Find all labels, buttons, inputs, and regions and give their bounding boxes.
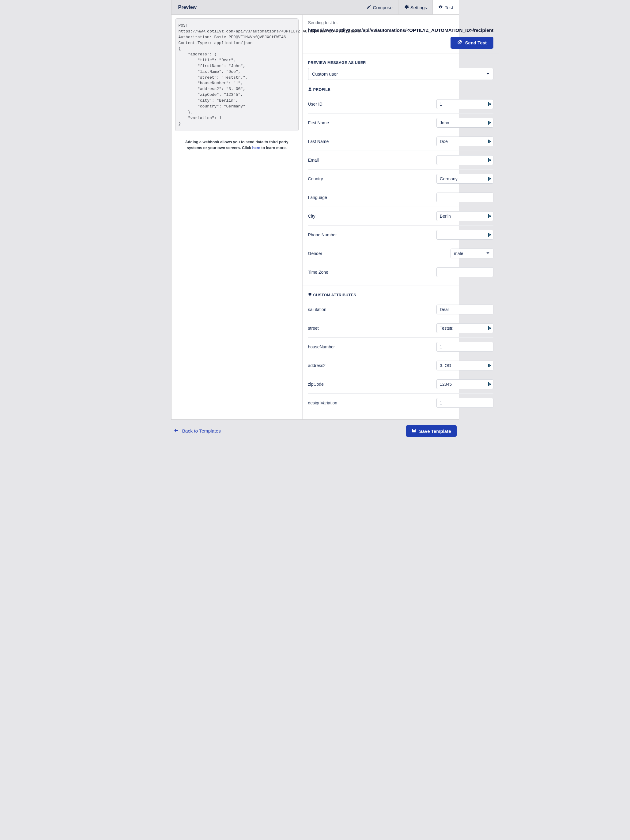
field-first-name: First Name [308, 114, 494, 132]
field-language: Language [308, 188, 494, 207]
field-country: Country [308, 170, 494, 188]
save-icon [412, 428, 416, 434]
label-street: street [308, 326, 319, 331]
label-design-variation: designVariation [308, 400, 337, 405]
preview-user-section: PREVIEW MESSAGE AS USER Custom user [302, 54, 499, 84]
footer: Back to Templates Save Template [171, 420, 459, 445]
input-wrap-zipcode [437, 379, 494, 389]
label-email: Email [308, 158, 319, 163]
label-address2: address2 [308, 363, 326, 368]
merge-icon [488, 140, 491, 143]
label-language: Language [308, 195, 327, 200]
select-gender[interactable]: male [451, 249, 494, 258]
profile-title: PROFILE [308, 87, 494, 92]
input-wrap-design-variation [437, 398, 494, 408]
tab-settings[interactable]: Settings [398, 0, 432, 14]
send-test-label: Sending test to: [308, 20, 494, 25]
send-test-button-label: Send Test [465, 40, 487, 45]
merge-icon [488, 121, 491, 125]
merge-icon [488, 382, 491, 386]
merge-icon [488, 158, 491, 162]
input-zipcode[interactable] [437, 379, 494, 389]
merge-icon [488, 326, 491, 330]
back-to-templates-link[interactable]: Back to Templates [174, 428, 221, 434]
person-icon [308, 87, 312, 92]
label-country: Country [308, 176, 323, 181]
label-first-name: First Name [308, 120, 329, 125]
merge-icon [488, 364, 491, 367]
field-last-name: Last Name [308, 132, 494, 151]
field-city: City [308, 207, 494, 226]
left-panel: POST https://www.optilyz.com/api/v3/auto… [171, 15, 302, 419]
custom-title-label: CUSTOM ATTRIBUTES [313, 293, 356, 297]
label-salutation: salutation [308, 307, 326, 312]
field-salutation: salutation [308, 300, 494, 319]
input-language[interactable] [437, 193, 494, 202]
input-wrap-timezone [437, 267, 494, 277]
right-panel: Sending test to: https://www.optilyz.com… [302, 15, 499, 419]
input-user-id[interactable] [437, 99, 494, 109]
input-last-name[interactable] [437, 137, 494, 146]
hint-suffix: to learn more. [260, 146, 287, 150]
request-preview-code: POST https://www.optilyz.com/api/v3/auto… [175, 18, 299, 131]
input-wrap-country [437, 174, 494, 184]
merge-icon [488, 233, 491, 237]
field-phone: Phone Number [308, 226, 494, 244]
tab-test[interactable]: Test [432, 0, 459, 14]
tab-compose-label: Compose [373, 5, 393, 10]
input-wrap-salutation [437, 305, 494, 314]
input-address2[interactable] [437, 361, 494, 370]
eye-icon [438, 5, 443, 10]
profile-section: PROFILE User ID First Name [302, 84, 499, 286]
input-email[interactable] [437, 155, 494, 165]
input-street[interactable] [437, 323, 494, 333]
input-design-variation[interactable] [437, 398, 494, 408]
profile-title-label: PROFILE [313, 88, 331, 92]
preview-user-select[interactable]: Custom user [308, 68, 494, 80]
input-wrap-email [437, 155, 494, 165]
field-gender: Gender male [308, 244, 494, 263]
save-template-button[interactable]: Save Template [406, 425, 457, 437]
field-street: street [308, 319, 494, 338]
select-gender-input[interactable]: male [451, 249, 494, 258]
label-city: City [308, 214, 315, 219]
input-wrap-street [437, 323, 494, 333]
input-wrap-phone [437, 230, 494, 240]
input-wrap-house-number [437, 342, 494, 352]
tab-test-label: Test [445, 5, 453, 10]
pencil-icon [367, 5, 371, 10]
topbar: Preview Compose Settings Test [171, 0, 459, 15]
field-email: Email [308, 151, 494, 170]
custom-title: CUSTOM ATTRIBUTES [308, 293, 494, 297]
input-city[interactable] [437, 211, 494, 221]
label-gender: Gender [308, 251, 323, 256]
link-icon [457, 40, 462, 46]
input-wrap-last-name [437, 137, 494, 146]
input-phone[interactable] [437, 230, 494, 240]
input-wrap-user-id [437, 99, 494, 109]
input-wrap-city [437, 211, 494, 221]
hint-link[interactable]: here [252, 146, 260, 150]
label-timezone: Time Zone [308, 270, 328, 275]
preview-user-select-input[interactable]: Custom user [308, 68, 494, 80]
label-zipcode: zipCode [308, 382, 324, 387]
input-house-number[interactable] [437, 342, 494, 352]
field-timezone: Time Zone [308, 263, 494, 281]
input-salutation[interactable] [437, 305, 494, 314]
tab-settings-label: Settings [410, 5, 427, 10]
tab-compose[interactable]: Compose [361, 0, 398, 14]
back-label: Back to Templates [182, 428, 221, 434]
save-label: Save Template [419, 429, 451, 434]
input-country[interactable] [437, 174, 494, 184]
label-user-id: User ID [308, 102, 323, 107]
input-wrap-language [437, 193, 494, 202]
field-design-variation: designVariation [308, 394, 494, 412]
input-timezone[interactable] [437, 267, 494, 277]
send-test-url: https://www.optilyz.com/api/v3/automatio… [308, 28, 494, 33]
input-first-name[interactable] [437, 118, 494, 128]
preview-user-title: PREVIEW MESSAGE AS USER [308, 61, 494, 65]
send-test-button[interactable]: Send Test [451, 37, 494, 49]
gear-icon [404, 5, 408, 10]
input-wrap-first-name [437, 118, 494, 128]
page-title: Preview [171, 0, 361, 14]
